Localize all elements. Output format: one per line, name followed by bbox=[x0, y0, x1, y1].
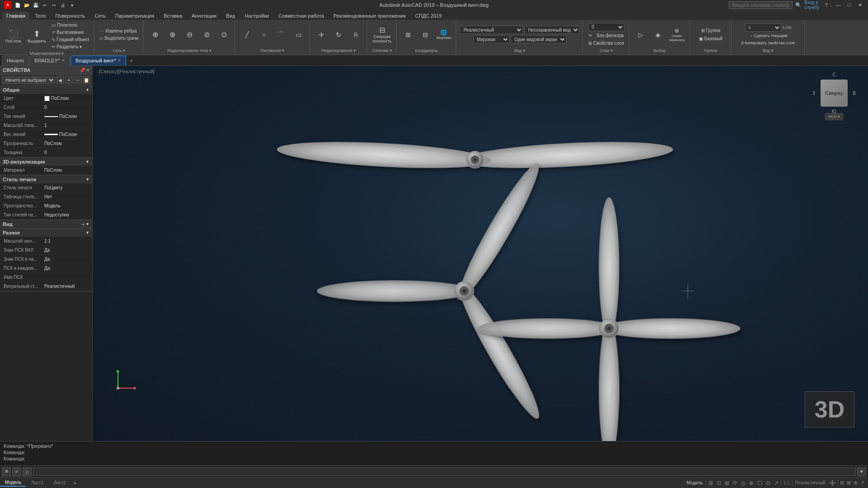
viewcube-face[interactable]: Сверху bbox=[821, 80, 848, 107]
tab-solid[interactable]: Тело bbox=[30, 12, 51, 20]
search-input[interactable] bbox=[729, 1, 793, 9]
status-model-label[interactable]: Модель bbox=[685, 480, 705, 485]
maximize-btn[interactable]: □ bbox=[845, 1, 853, 9]
btn-extract-edges[interactable]: ⋯ Извлечь ребра bbox=[98, 28, 138, 34]
btn-world-coord[interactable]: 🌐 Мировая bbox=[434, 28, 453, 41]
cmd-menu-btn[interactable]: ▾ bbox=[857, 467, 866, 476]
select-btn-1[interactable]: ◀ bbox=[56, 76, 64, 84]
btn-rotate[interactable]: ↻ bbox=[330, 30, 347, 39]
btn-base[interactable]: ▣ Базовый bbox=[697, 35, 724, 42]
tab-apps[interactable]: Рекомендованные приложения bbox=[329, 12, 410, 20]
props-pin[interactable]: 📌 bbox=[80, 68, 85, 73]
btn-polysolid[interactable]: ▭ Политело bbox=[50, 22, 91, 28]
btn-solid-btn2[interactable]: ⊗ bbox=[164, 29, 180, 40]
btn-line[interactable]: ╱ bbox=[239, 30, 255, 39]
viewport[interactable]: -[Сверху][Реалистичный] bbox=[93, 66, 868, 441]
status-polar[interactable]: ⟳ bbox=[731, 480, 739, 486]
status-tp[interactable]: ↗ bbox=[773, 480, 780, 486]
tab-surface[interactable]: Поверхность bbox=[51, 12, 90, 20]
status-workspace[interactable]: Реалистичный bbox=[793, 480, 827, 485]
extra-combo1[interactable]: 0 bbox=[745, 23, 781, 32]
btn-slice[interactable]: ✂ Разделить ▾ bbox=[50, 43, 91, 50]
status-ucs[interactable]: ⊕ bbox=[748, 480, 755, 486]
btn-gizmo[interactable]: ⊕ Гизмо переноса bbox=[667, 27, 687, 43]
qat-redo[interactable]: ↪ bbox=[50, 1, 58, 9]
help-btn[interactable]: ? bbox=[825, 2, 828, 8]
status-scale[interactable]: 1:1 bbox=[782, 480, 791, 485]
minimize-btn[interactable]: — bbox=[833, 1, 843, 9]
cmd-check-btn[interactable]: ✓ bbox=[12, 467, 21, 476]
tab-manage[interactable]: Настройки bbox=[240, 12, 274, 20]
login-label[interactable]: Вход в службу bbox=[804, 0, 822, 10]
qat-plot[interactable]: 🖨 bbox=[59, 1, 67, 9]
status-icon1[interactable]: ⊞ bbox=[839, 480, 845, 486]
tab-start[interactable]: Начало bbox=[2, 56, 29, 66]
btn-solid-btn1[interactable]: ⊕ bbox=[147, 29, 163, 40]
select-btn-4[interactable]: 📋 bbox=[83, 76, 91, 84]
qat-open[interactable]: 📂 bbox=[23, 1, 31, 9]
tab-mesh[interactable]: Сеть bbox=[90, 12, 110, 20]
model-tab[interactable]: Модель bbox=[0, 479, 26, 487]
btn-solid-btn5[interactable]: ⊙ bbox=[216, 29, 232, 40]
btn-layer-props[interactable]: ⊞ Свойства слоя bbox=[586, 40, 626, 47]
btn-sel2[interactable]: ◈ bbox=[650, 30, 666, 39]
mck-badge[interactable]: МСК ▾ bbox=[825, 113, 844, 120]
btn-box[interactable]: ⬛ ПоСлою bbox=[3, 23, 24, 49]
tab-spds[interactable]: СПДС 2019 bbox=[410, 12, 446, 20]
view-name-select[interactable]: Несохраненный вид bbox=[524, 26, 580, 34]
status-snap[interactable]: ⊡ bbox=[715, 480, 722, 486]
btn-solid-btn3[interactable]: ⊖ bbox=[181, 29, 198, 40]
btn-arc[interactable]: ⌒ bbox=[273, 30, 289, 40]
tab-insert[interactable]: Вставка bbox=[159, 12, 187, 20]
btn-select-faces[interactable]: ▱ Выделить грани bbox=[98, 35, 140, 42]
tab-collab[interactable]: Совместная работа bbox=[274, 12, 329, 20]
layer-select[interactable]: 0 bbox=[588, 23, 624, 31]
status-plus[interactable]: ➕ bbox=[828, 480, 837, 486]
section-3d-viz-header[interactable]: 3D-визуализация ▼ bbox=[0, 158, 92, 166]
section-misc-header[interactable]: Разное ▼ bbox=[0, 229, 92, 237]
btn-smooth[interactable]: ∿ Гладкий объект bbox=[50, 36, 91, 43]
tab-bradley[interactable]: BRADLEY* ✕ bbox=[29, 56, 70, 66]
btn-copy-props[interactable]: ⎘ Копировать свойства слоя bbox=[740, 40, 797, 46]
btn-solid-btn4[interactable]: ⊘ bbox=[198, 29, 215, 40]
visual-style-select[interactable]: Реалистичный bbox=[460, 26, 523, 34]
section-general-header[interactable]: Общие ▼ bbox=[0, 86, 92, 94]
add-sheet-btn[interactable]: + bbox=[71, 479, 79, 487]
close-btn[interactable]: ✕ bbox=[856, 1, 864, 9]
btn-copy[interactable]: ⎘ bbox=[348, 30, 364, 39]
object-type-select[interactable]: Ничего не выбрано bbox=[2, 76, 55, 84]
color-swatch[interactable] bbox=[44, 96, 50, 101]
btn-rect[interactable]: ▭ bbox=[290, 30, 307, 39]
tab-home[interactable]: Главная bbox=[2, 12, 30, 20]
status-dyn[interactable]: ☐ bbox=[756, 480, 764, 486]
btn-make-current[interactable]: → Сделать текущим bbox=[747, 33, 789, 39]
status-ortho[interactable]: ⊠ bbox=[723, 480, 731, 486]
status-lw[interactable]: ⊙ bbox=[764, 480, 772, 486]
status-icon4[interactable]: ↗ bbox=[859, 480, 865, 486]
select-btn-3[interactable]: − bbox=[74, 76, 82, 84]
btn-group[interactable]: ⊞ Группа bbox=[699, 27, 722, 34]
viewcube[interactable]: С Ю З В Сверху МСК ▾ bbox=[814, 75, 854, 125]
btn-section[interactable]: ⊟ Секущая плоскость bbox=[371, 25, 393, 44]
select-btn-2[interactable]: + bbox=[65, 76, 73, 84]
qat-undo[interactable]: ↩ bbox=[41, 1, 49, 9]
qat-new[interactable]: 📄 bbox=[14, 1, 22, 9]
qat-save[interactable]: 💾 bbox=[32, 1, 40, 9]
btn-sel1[interactable]: ▷ bbox=[633, 30, 649, 39]
btn-sweep[interactable]: ↗ Вытягивание bbox=[50, 29, 91, 36]
section-view-header[interactable]: Вид + ▼ bbox=[0, 220, 92, 228]
btn-move[interactable]: ✛ bbox=[313, 30, 330, 39]
tab-propeller[interactable]: Воздушный винт* ✕ bbox=[71, 56, 126, 66]
status-grid[interactable]: ⊞ bbox=[707, 480, 714, 486]
tab-annotate[interactable]: Аннотации bbox=[187, 12, 221, 20]
btn-circle[interactable]: ○ bbox=[256, 30, 272, 39]
view-add-btn[interactable]: + bbox=[82, 222, 85, 227]
btn-no-filter[interactable]: Без фильтра bbox=[595, 32, 625, 39]
cmd-expand-btn[interactable]: ⌂ bbox=[23, 467, 32, 476]
status-icon3[interactable]: ⊕ bbox=[853, 480, 859, 486]
tab-propeller-close[interactable]: ✕ bbox=[118, 58, 121, 63]
tab-view[interactable]: Вид bbox=[222, 12, 240, 20]
sheet2-tab[interactable]: Лист2 bbox=[49, 479, 70, 486]
cmd-close-btn[interactable]: ✕ bbox=[2, 467, 11, 476]
section-print-style-header[interactable]: Стиль печати ▼ bbox=[0, 175, 92, 183]
